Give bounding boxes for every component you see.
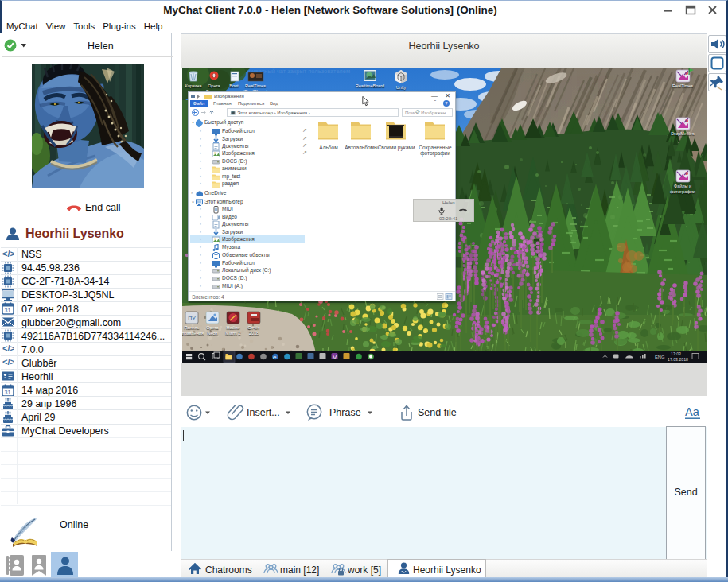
svg-text:фотографии: фотографии [670,189,695,194]
svg-text:V: V [333,354,337,361]
svg-text:RealtimeBoard: RealtimeBoard [356,83,384,88]
svg-text:e: e [273,354,277,361]
svg-text:Neon: Neon [207,331,217,336]
svg-text:Miami 2: Miami 2 [225,331,240,336]
svg-text:Корзина: Корзина [185,83,203,88]
svg-text:31: 31 [5,390,11,395]
svg-text:</>: </> [2,357,14,367]
svg-text:RealTimes: RealTimes [672,83,693,88]
svg-text:Send file: Send file [418,407,457,418]
svg-text:17.03.2018: 17.03.2018 [668,357,688,362]
svg-text:</>: </> [2,343,14,353]
svg-text:Файлы и: Файлы и [674,184,691,188]
svg-text:Unity: Unity [396,85,407,90]
svg-text:Отчёт: Отчёт [247,325,260,330]
svg-text:17:03: 17:03 [671,351,681,356]
svg-text:Insert...: Insert... [247,407,280,418]
svg-text:DropMefiles: DropMefiles [671,131,695,136]
svg-text:2018: 2018 [249,331,259,336]
svg-text:управления: управления [182,331,204,336]
svg-text:Aa: Aa [685,405,700,418]
svg-text:ENG: ENG [655,355,665,359]
svg-text:ПУ: ПУ [188,316,196,321]
svg-text:Phrase: Phrase [329,407,361,418]
svg-text:31: 31 [5,308,11,313]
svg-text:</>: </> [2,249,14,258]
svg-text:Hotline: Hotline [226,325,239,330]
svg-text:Opera: Opera [208,83,220,88]
svg-text:Opera: Opera [206,325,219,330]
svg-text:Панель: Панель [184,325,199,330]
svg-text:Boot: Boot [229,83,239,88]
svg-text:RealTimes: RealTimes [245,83,266,88]
